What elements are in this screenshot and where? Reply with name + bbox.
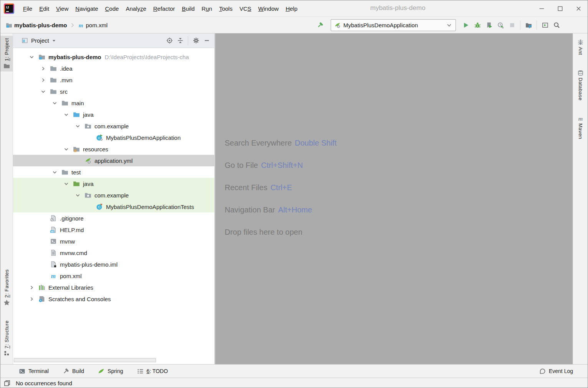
run-with-coverage-button[interactable] [483,19,495,31]
chevron-down-icon[interactable] [75,123,84,129]
tree-row-External Libraries[interactable]: External Libraries [13,282,214,293]
hammer-green-icon [317,22,323,28]
tree-row-MybatisPlusDemoApplication[interactable]: cMybatisPlusDemoApplication [13,132,214,143]
minimize-button[interactable] [532,0,551,17]
tree-row-.idea[interactable]: .idea [13,63,214,74]
tree-row-java[interactable]: java [13,109,214,120]
breadcrumb-project[interactable]: mybatis-plus-demo [14,22,67,28]
tool-button-2-favorites[interactable]: 2: Favorites [0,267,13,308]
tree-row-application.yml[interactable]: application.yml [13,155,214,166]
tool-button-7-structure[interactable]: 7: Structure [0,318,13,359]
collapse-all-button[interactable] [175,35,186,46]
event-log-button[interactable]: Event Log [539,368,573,375]
menu-tools[interactable]: Tools [215,3,236,14]
folder-icon [61,99,69,106]
menu-edit[interactable]: Edit [36,3,53,14]
tool-window-button-6-todo[interactable]: 6: TODO [137,368,168,375]
debug-button[interactable] [472,19,483,31]
tree-row-.mvn[interactable]: .mvn [13,74,214,86]
project-view-title[interactable]: Project [31,37,49,44]
tool-button-maven[interactable]: mMaven [573,113,588,142]
tool-button-label: Maven [578,123,583,139]
dropdown-arrow-icon[interactable] [51,37,57,44]
menu-navigate[interactable]: Navigate [72,3,101,14]
tree-row-mybatis-plus-demo.iml[interactable]: mybatis-plus-demo.iml [13,259,214,270]
run-button[interactable] [460,19,472,31]
maximize-button[interactable] [551,0,569,17]
menu-analyze[interactable]: Analyze [122,3,149,14]
folder-resources-icon [73,146,80,153]
tree-row-mvnw[interactable]: mvnw [13,235,214,247]
breadcrumb-file[interactable]: pom.xml [86,22,108,28]
menu-vcs[interactable]: VCS [236,3,255,14]
menu-bar: IJ FileEditViewNavigateCodeAnalyzeRefact… [0,0,588,17]
project-structure-button[interactable] [523,19,534,31]
menu-help[interactable]: Help [282,3,301,14]
close-button[interactable] [569,0,588,17]
tree-row-com.example[interactable]: com.example [13,189,214,201]
spring-boot-icon [84,157,92,164]
locate-file-button[interactable] [164,35,175,46]
build-project-button[interactable] [314,19,326,31]
tree-row-java[interactable]: java [13,178,214,189]
hint-shortcut: Alt+Home [278,206,312,214]
hammer-gray-icon [63,368,69,375]
chevron-down-icon[interactable] [51,169,61,176]
chevron-right-icon[interactable] [28,284,38,291]
tree-row-src[interactable]: src [13,86,214,97]
file-text-icon [50,249,57,256]
chevron-down-icon[interactable] [75,192,84,199]
minus-icon [204,37,210,44]
menu-window[interactable]: Window [255,3,282,14]
chevron-down-icon[interactable] [63,181,73,187]
search-everywhere-button[interactable] [551,19,562,31]
tool-window-button-build[interactable]: Build [63,368,84,375]
chevron-down-icon[interactable] [51,100,61,106]
menu-view[interactable]: View [53,3,72,14]
tool-window-button-terminal[interactable]: Terminal [19,368,49,375]
menu-code[interactable]: Code [102,3,123,14]
tree-row-pom.xml[interactable]: mpom.xml [13,270,214,282]
tree-row-mybatis-plus-demo[interactable]: mybatis-plus-demoD:\IdeaProjects\IdeaPro… [13,51,214,63]
tool-button-database[interactable]: Database [573,67,588,103]
stop-button[interactable] [506,19,518,31]
intellij-logo-icon: IJ [4,3,14,14]
hide-panel-button[interactable] [201,35,212,46]
chevron-right-icon[interactable] [40,77,50,83]
tool-window-toggle-icon[interactable] [4,380,10,386]
tree-row-.gitignore[interactable]: .gitignore [13,212,214,224]
profiler-icon [497,22,504,28]
menu-refactor[interactable]: Refactor [150,3,179,14]
run-configuration-select[interactable]: MybatisPlusDemoApplication [331,19,456,31]
hint-label: Go to File [225,161,258,170]
tree-row-HELP.md[interactable]: MDHELP.md [13,224,214,235]
run-anything-button[interactable] [539,19,551,31]
tree-row-Scratches and Consoles[interactable]: Scratches and Consoles [13,293,214,305]
tree-row-test[interactable]: test [13,166,214,178]
tool-button-1-project[interactable]: 1: Project [0,36,13,71]
hint-label: Drop files here to open [225,228,302,237]
chevron-down-icon[interactable] [28,54,38,60]
tool-button-ant[interactable]: Ant [573,36,588,57]
todo-list-icon [137,368,144,375]
menu-build[interactable]: Build [178,3,198,14]
menu-run[interactable]: Run [198,3,216,14]
folder-test-icon [73,180,80,187]
tree-row-mvnw.cmd[interactable]: mvnw.cmd [13,247,214,259]
tool-window-button-spring[interactable]: Spring [98,368,123,375]
tree-row-resources[interactable]: resources [13,143,214,155]
chevron-right-icon[interactable] [28,296,38,302]
profiler-button[interactable] [495,19,506,31]
chevron-down-icon[interactable] [63,111,73,118]
tree-label: application.yml [94,158,133,164]
settings-button[interactable] [190,35,201,46]
chevron-right-icon[interactable] [40,65,50,72]
tree-row-MybatisPlusDemoApplicationTests[interactable]: CMybatisPlusDemoApplicationTests [13,201,214,212]
chevron-down-icon[interactable] [40,88,50,95]
chevron-down-icon[interactable] [63,146,73,153]
menu-file[interactable]: File [20,3,36,14]
main-menu: FileEditViewNavigateCodeAnalyzeRefactorB… [20,3,301,14]
tree-row-com.example[interactable]: com.example [13,120,214,132]
horizontal-scrollbar[interactable] [14,358,156,362]
tree-row-main[interactable]: main [13,97,214,109]
